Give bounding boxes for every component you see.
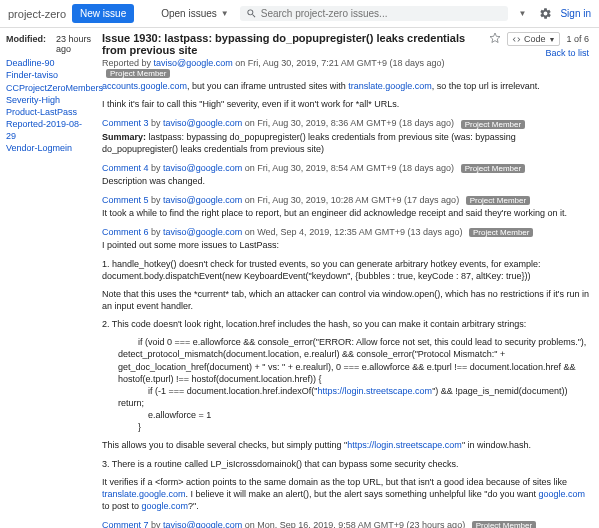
reporter-link[interactable]: taviso@google.com <box>154 58 233 68</box>
search-input[interactable] <box>261 8 502 19</box>
star-button[interactable] <box>489 32 501 46</box>
label-tag[interactable]: Reported-2019-08-29 <box>6 119 92 142</box>
back-to-list-link[interactable]: Back to list <box>545 48 589 58</box>
chevron-down-icon: ▼ <box>221 9 229 18</box>
project-name: project-zero <box>8 8 66 20</box>
comment: Comment 5 by taviso@google.com on Fri, A… <box>102 195 589 219</box>
project-member-badge: Project Member <box>469 228 533 237</box>
comment-link[interactable]: Comment 5 <box>102 195 149 205</box>
author-link[interactable]: taviso@google.com <box>163 163 242 173</box>
signin-link[interactable]: Sign in <box>560 8 591 19</box>
code-block: if (void 0 === e.allowforce && console_e… <box>118 336 589 433</box>
link[interactable]: translate.google.com <box>348 81 432 91</box>
comment: Comment 6 by taviso@google.com on Wed, S… <box>102 227 589 512</box>
open-issues-label: Open issues <box>161 8 217 19</box>
comment-body: It took a while to find the right place … <box>102 207 589 219</box>
label-tag[interactable]: Vendor-Logmein <box>6 143 92 154</box>
comment-header: Comment 3 by taviso@google.com on Fri, A… <box>102 118 589 128</box>
author-link[interactable]: taviso@google.com <box>163 520 242 528</box>
comment-body: It verifies if a <form> action points to… <box>102 476 589 512</box>
modified-label: Modified: <box>6 34 46 54</box>
code-dropdown[interactable]: Code ▼ <box>507 32 560 46</box>
settings-button[interactable] <box>537 5 554 22</box>
link[interactable]: google.com <box>538 489 585 499</box>
comment-link[interactable]: Comment 7 <box>102 520 149 528</box>
comment-link[interactable]: Comment 4 <box>102 163 149 173</box>
comment-header: Comment 6 by taviso@google.com on Wed, S… <box>102 227 589 237</box>
comment-body: I pointed out some more issues to LastPa… <box>102 239 589 251</box>
project-member-badge: Project Member <box>461 164 525 173</box>
link[interactable]: google.com <box>142 501 189 511</box>
comment: Comment 3 by taviso@google.com on Fri, A… <box>102 118 589 154</box>
author-link[interactable]: taviso@google.com <box>163 195 242 205</box>
issue-body: accounts.google.com, but you can iframe … <box>102 80 589 92</box>
issue-title: Issue 1930: lastpass: bypassing do_popup… <box>102 32 481 56</box>
comment-link[interactable]: Comment 6 <box>102 227 149 237</box>
topbar: project-zero New issue Open issues ▼ ▼ S… <box>0 0 599 28</box>
label-tag[interactable]: Finder-taviso <box>6 70 92 81</box>
label-tag[interactable]: Product-LastPass <box>6 107 92 118</box>
reported-by: Reported by taviso@google.com on Fri, Au… <box>102 58 481 78</box>
code-icon <box>512 35 521 44</box>
sidebar: Modified: 23 hours ago Deadline-90 Finde… <box>0 28 98 528</box>
comment-body: 2. This code doesn't look right, locatio… <box>102 318 589 330</box>
issue-controls: Code ▼ 1 of 6 Back to list <box>489 32 589 58</box>
comment-link[interactable]: Comment 3 <box>102 118 149 128</box>
project-member-badge: Project Member <box>106 69 170 78</box>
main: Issue 1930: lastpass: bypassing do_popup… <box>98 28 599 528</box>
star-icon <box>489 32 501 44</box>
comment: Comment 4 by taviso@google.com on Fri, A… <box>102 163 589 187</box>
author-link[interactable]: taviso@google.com <box>163 118 242 128</box>
comment-body: Description was changed. <box>102 175 589 187</box>
comment-body: Summary: lastpass: bypassing do_popupreg… <box>102 131 589 155</box>
issue-body-2: I think it's fair to call this "High" se… <box>102 98 589 110</box>
project-member-badge: Project Member <box>466 196 530 205</box>
project-member-badge: Project Member <box>461 120 525 129</box>
code-label: Code <box>524 34 546 44</box>
link[interactable]: https://login.streetscape.com <box>318 386 433 396</box>
label-tag[interactable]: CCProjectZeroMembers <box>6 83 92 94</box>
comment-body: 3. There is a routine called LP_isIcross… <box>102 458 589 470</box>
link[interactable]: https://login.streetscape.com <box>347 440 462 450</box>
comment-header: Comment 7 by taviso@google.com on Mon, S… <box>102 520 589 528</box>
search-icon <box>246 8 257 19</box>
search-wrap <box>240 6 508 21</box>
issue-counter: 1 of 6 <box>566 34 589 44</box>
chevron-down-icon: ▼ <box>549 36 556 43</box>
comment-body: This allows you to disable several check… <box>102 439 589 451</box>
search-options-dropdown[interactable]: ▼ <box>514 6 532 21</box>
comment-body: 1. handle_hotkey() doesn't check for tru… <box>102 258 589 282</box>
link[interactable]: translate.google.com <box>102 489 186 499</box>
comment-header: Comment 4 by taviso@google.com on Fri, A… <box>102 163 589 173</box>
comment-header: Comment 5 by taviso@google.com on Fri, A… <box>102 195 589 205</box>
label-tag[interactable]: Severity-High <box>6 95 92 106</box>
link[interactable]: accounts.google.com <box>102 81 187 91</box>
project-member-badge: Project Member <box>472 521 536 528</box>
comment: Comment 7 by taviso@google.com on Mon, S… <box>102 520 589 528</box>
author-link[interactable]: taviso@google.com <box>163 227 242 237</box>
open-issues-dropdown[interactable]: Open issues ▼ <box>156 5 234 22</box>
label-list: Deadline-90 Finder-taviso CCProjectZeroM… <box>6 58 92 154</box>
comment-body: Note that this uses the *current* tab, w… <box>102 288 589 312</box>
modified-value: 23 hours ago <box>56 34 92 54</box>
new-issue-button[interactable]: New issue <box>72 4 134 23</box>
gear-icon <box>539 7 552 20</box>
label-tag[interactable]: Deadline-90 <box>6 58 92 69</box>
chevron-down-icon: ▼ <box>519 9 527 18</box>
